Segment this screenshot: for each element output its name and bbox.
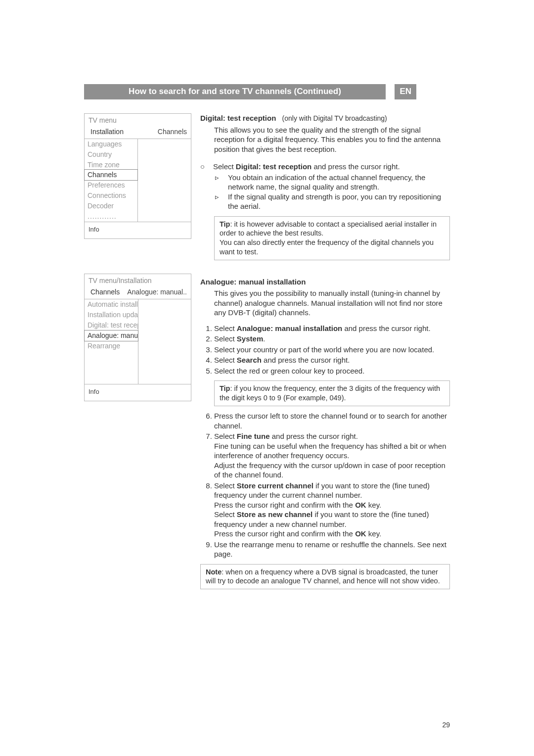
tip-box: Tip: it is however advisable to contact … bbox=[214, 216, 450, 260]
menu-crumb-right: Analogue: manual.. bbox=[127, 287, 187, 297]
language-badge: EN bbox=[395, 84, 416, 99]
steps-list: Select Analogue: manual installation and… bbox=[205, 324, 450, 376]
menu-item: Installation update bbox=[85, 310, 138, 320]
menu-crumb-left: Installation bbox=[90, 127, 124, 137]
menu-item: Time zone bbox=[85, 160, 137, 170]
menu-info: Info bbox=[85, 384, 191, 401]
menu-item: Automatic install... bbox=[85, 299, 138, 310]
menu-item: Rearrange bbox=[85, 341, 138, 351]
note-box: Note: when on a frequency where a DVB si… bbox=[200, 564, 450, 590]
menu-item: Connections bbox=[85, 190, 137, 201]
section-desc: This gives you the possibility to manual… bbox=[214, 288, 450, 318]
menu-item-more: ............ bbox=[85, 211, 137, 222]
menu-item: Languages bbox=[85, 139, 137, 149]
sub-step-text: If the signal quality and strength is po… bbox=[228, 192, 450, 211]
menu-item: Preferences bbox=[85, 180, 137, 190]
menu-crumb-left: Channels bbox=[90, 287, 120, 297]
bullet-icon: ○ bbox=[200, 162, 206, 172]
menu-info: Info bbox=[85, 222, 191, 239]
section-desc: This allows you to see the quality and t… bbox=[214, 125, 450, 154]
menu-head: TV menu/Installation bbox=[85, 274, 191, 286]
section-title: Digital: test reception bbox=[200, 114, 276, 122]
triangle-icon: ▹ bbox=[215, 173, 221, 192]
sub-step-text: You obtain an indication of the actual c… bbox=[228, 173, 450, 192]
menu-item-selected: Channels bbox=[84, 169, 138, 181]
tv-menu-box: TV menu Installation Channels Languages … bbox=[84, 113, 191, 239]
menu-item-selected: Analogue: manual.. bbox=[84, 330, 138, 341]
title-bar-row: How to search for and store TV channels … bbox=[84, 84, 450, 99]
section-digital: Digital: test reception (only with Digit… bbox=[200, 113, 450, 260]
menu-item: Decoder bbox=[85, 201, 137, 211]
section-title: Analogue: manual installation bbox=[200, 277, 450, 287]
menu-crumb-right: Channels bbox=[158, 127, 187, 137]
section-analogue: Analogue: manual installation This gives… bbox=[200, 277, 450, 589]
triangle-icon: ▹ bbox=[215, 192, 221, 211]
menu-head: TV menu bbox=[85, 114, 191, 126]
menu-item: Country bbox=[85, 149, 137, 160]
section-subtitle: (only with Digital TV broadcasting) bbox=[282, 114, 387, 122]
tip-box: Tip: if you know the frequency, enter th… bbox=[214, 380, 450, 406]
page-title: How to search for and store TV channels … bbox=[84, 84, 386, 99]
page-number: 29 bbox=[442, 721, 450, 729]
steps-list-continued: Press the cursor left to store the chann… bbox=[205, 411, 450, 559]
tv-menu-installation-box: TV menu/Installation Channels Analogue: … bbox=[84, 274, 191, 401]
step-text: Select Digital: test reception and press… bbox=[213, 162, 400, 172]
menu-item: Digital: test recept. bbox=[85, 320, 138, 331]
